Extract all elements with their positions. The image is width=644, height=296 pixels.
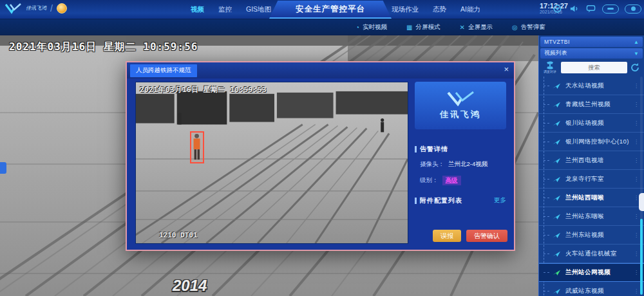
track-number-marker: 2014 [173,277,207,295]
brand-name: 佳讯飞鸿 [440,109,481,120]
camera-item[interactable]: 龙泉寺行车室 ⋮ [539,170,644,189]
details-section-header: 告警详情 [415,145,448,154]
refresh-icon[interactable] [630,62,640,73]
platform-title-tab: 安全生产管控平台 [269,1,392,19]
chevron-down-icon: ▼ [634,51,639,57]
search-input[interactable] [561,62,627,73]
intercom-icon[interactable]: 调度对讲 [542,61,558,74]
more-link[interactable]: 更多 [494,196,506,205]
camera-item[interactable]: 武威站东视频 ⋮ [539,282,644,295]
expand-icon: ✕ [460,24,465,31]
alarm-video-timestamp: 2021年03月16日 星期二 10:59:53 [140,85,267,95]
alarm-railway-scene [136,82,408,243]
camera-item[interactable]: 火车站通信机械室 ⋮ [539,245,644,263]
alarm-dialog-titlebar[interactable]: 人员跨越铁路不规范 × [127,62,514,79]
camera-field: 摄像头： 兰州北2-4视频 [420,160,488,169]
nav-item-situation[interactable]: 态势 [433,5,446,14]
speaker-icon[interactable] [569,3,580,14]
section-marker [415,146,417,153]
logo-text: 佳讯飞鸿 [26,6,46,12]
toolbar-split-screen[interactable]: ▦ 分屏模式 [406,23,440,32]
sidebar-group-1[interactable]: MTVZTBI ▲ [540,37,643,47]
brand-logo: 佳讯飞鸿 / [5,3,67,14]
false-alarm-button[interactable]: 误报 [433,230,461,242]
alarm-details-panel: 佳讯飞鸿 告警详情 摄像头： 兰州北2-4视频 级别： 高级 附件配置列表 更多… [413,82,509,245]
right-edge-handle[interactable] [639,193,644,211]
toolbar-items: ◔ 实时视频 ▦ 分屏模式 ✕ 全屏显示 ◎ 告警弹窗 [355,19,545,35]
logo-v-icon [5,3,22,14]
alarm-dialog: 人员跨越铁路不规范 × [126,61,515,251]
left-panel-toggle[interactable] [0,162,6,174]
level-badge: 高级 [442,176,461,185]
nav-item-field-work[interactable]: 现场作业 [392,5,419,14]
video-timestamp: 2021年03月16日 星期二 10:59:56 [9,41,198,54]
camera-osd-label: 1210 DT01 [159,231,198,239]
camera-item[interactable]: 兰州站西咽喉 ⋮ [539,189,644,207]
sidebar-search-row: 调度对讲 [539,59,644,77]
camera-tree: 天水站场视频 ⋮ 青藏线兰州视频 ⋮ 银川站场视频 ⋮ 银川网络控制中心(10)… [539,77,644,295]
camera-item[interactable]: 青藏线兰州视频 ⋮ [539,95,644,114]
camera-item[interactable]: 兰州东站视频 ⋮ [539,226,644,245]
alarm-actions: 误报 告警确认 [433,230,507,242]
nav-left: 视频 监控 GIS地图 [191,0,271,19]
top-icons [552,3,641,14]
camera-sidebar: MTVZTBI ▲ 视频列表 ▼ 调度对讲 天水站场视频 ⋮ [538,35,644,296]
grid-icon: ▦ [406,24,412,31]
sidebar-scrollbar-thumb[interactable] [640,219,643,295]
brand-box: 佳讯飞鸿 [415,82,506,129]
app-root: 佳讯飞鸿 / 视频 监控 GIS地图 安全生产管控平台 现场作业 态势 AI能力… [0,0,644,296]
brand-v-icon [446,91,475,106]
page-title: 安全生产管控平台 [296,4,365,15]
camera-item-selected[interactable]: 兰州站公网视频 ⋮ [539,263,644,282]
section-marker [415,198,417,204]
gear-icon[interactable] [552,3,563,14]
toggle-pill-icon[interactable] [602,5,619,14]
target-icon: ◎ [512,24,518,31]
user-pill-icon[interactable] [625,5,641,14]
camera-item[interactable]: 银川网络控制中心(10) ⋮ [539,133,644,151]
toolbar-alarm-popup[interactable]: ◎ 告警弹窗 [512,23,545,32]
nav-right: 现场作业 态势 AI能力 [392,0,480,19]
chevron-up-icon: ▲ [634,39,639,45]
logo-separator: / [50,3,53,14]
nav-item-gis[interactable]: GIS地图 [246,5,271,14]
level-field: 级别： 高级 [420,176,461,185]
camera-item[interactable]: 兰州西电视墙 ⋮ [539,151,644,170]
detection-bbox [190,131,204,163]
toolbar-fullscreen[interactable]: ✕ 全屏显示 [460,23,493,32]
camera-item[interactable]: 兰州站东咽喉 ⋮ [539,207,644,226]
close-icon[interactable]: × [504,64,509,74]
nav-item-ai[interactable]: AI能力 [460,5,480,14]
clock-icon: ◔ [355,24,359,31]
alarm-video-feed[interactable]: 2021年03月16日 星期二 10:59:53 1210 DT01 [135,82,408,244]
sidebar-group-2[interactable]: 视频列表 ▼ [540,48,643,59]
camera-item[interactable]: 银川站场视频 ⋮ [539,114,644,133]
attachments-section-header: 附件配置列表 [415,196,462,205]
top-bar: 佳讯飞鸿 / 视频 监控 GIS地图 安全生产管控平台 现场作业 态势 AI能力… [0,0,644,19]
nav-item-video[interactable]: 视频 [191,5,204,14]
message-icon[interactable] [585,3,596,14]
camera-item[interactable]: 天水站场视频 ⋮ [539,77,644,95]
nav-item-monitor[interactable]: 监控 [218,5,232,14]
alarm-dialog-title: 人员跨越铁路不规范 [130,64,197,77]
toolbar-live-video[interactable]: ◔ 实时视频 [355,23,387,32]
confirm-alarm-button[interactable]: 告警确认 [466,230,507,242]
org-badge-icon [57,3,67,14]
video-toolbar: ◔ 实时视频 ▦ 分屏模式 ✕ 全屏显示 ◎ 告警弹窗 [0,19,644,35]
